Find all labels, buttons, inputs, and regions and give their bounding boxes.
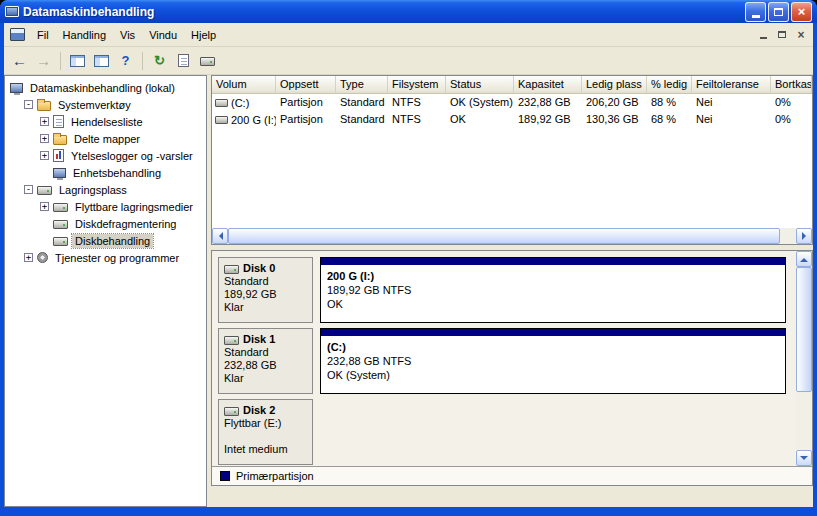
disk-row-0: Disk 0 Standard 189,92 GB Klar 200 G (I:… (212, 257, 812, 323)
tree-item-event-viewer[interactable]: + Hendelsesliste (5, 113, 206, 130)
disk-status: Intet medium (224, 443, 307, 456)
column-header-prosent-ledig[interactable]: % ledig (647, 76, 692, 93)
disk-0-volume-box[interactable]: 200 G (I:) 189,92 GB NTFS OK (320, 257, 786, 323)
show-console-tree-button[interactable] (66, 50, 89, 72)
scrollbar-track[interactable] (796, 267, 812, 450)
titlebar[interactable]: Datamaskinbehandling × (0, 0, 817, 23)
refresh-button[interactable]: ↻ (148, 50, 171, 72)
mdi-minimize-button[interactable] (754, 27, 772, 42)
back-button[interactable]: ← (8, 50, 31, 72)
column-header-filsystem[interactable]: Filsystem (388, 76, 446, 93)
disk-1-header[interactable]: Disk 1 Standard 232,88 GB Klar (218, 328, 313, 394)
console-tree-icon (70, 55, 85, 67)
expand-icon[interactable]: + (40, 151, 49, 160)
tree-item-device-manager[interactable]: Enhetsbehandling (5, 164, 206, 181)
toolbar-separator (60, 52, 61, 70)
tree-item-label: Systemverktøy (55, 98, 134, 112)
disk-status: Klar (224, 301, 307, 314)
column-header-volum[interactable]: Volum (212, 76, 276, 93)
expand-icon[interactable]: + (24, 253, 33, 262)
column-header-type[interactable]: Type (336, 76, 388, 93)
vertical-scrollbar[interactable] (796, 251, 812, 466)
scrollbar-thumb[interactable] (228, 228, 780, 244)
tree-item-removable-storage[interactable]: + Flyttbare lagringsmedier (5, 198, 206, 215)
mdi-minimize-icon (760, 37, 767, 39)
removable-disk-icon (224, 407, 239, 416)
volume-row-i[interactable]: 200 G (I:) Partisjon Standard NTFS OK 18… (212, 111, 812, 128)
action-pane-icon (94, 55, 109, 67)
tree-item-computer-management[interactable]: Datamaskinbehandling (lokal) (5, 79, 206, 96)
disk-properties-button[interactable] (196, 50, 219, 72)
menu-vis[interactable]: Vis (113, 25, 142, 45)
forward-button[interactable]: → (32, 50, 55, 72)
tree-item-storage[interactable]: - Lagringsplass (5, 181, 206, 198)
tree-item-services-applications[interactable]: + Tjenester og programmer (5, 249, 206, 266)
help-button[interactable]: ? (114, 50, 137, 72)
column-header-oppsett[interactable]: Oppsett (276, 76, 336, 93)
disk-1-volume-box[interactable]: (C:) 232,88 GB NTFS OK (System) (320, 328, 786, 394)
disk-0-header[interactable]: Disk 0 Standard 189,92 GB Klar (218, 257, 313, 323)
help-icon: ? (122, 53, 130, 68)
tree-item-system-tools[interactable]: - Systemverktøy (5, 96, 206, 113)
tree-item-performance-logs[interactable]: + Ytelseslogger og -varsler (5, 147, 206, 164)
cell-prosent-ledig: 88 % (647, 94, 692, 111)
tree-item-shared-folders[interactable]: + Delte mapper (5, 130, 206, 147)
export-list-icon (178, 54, 189, 67)
menu-vindu[interactable]: Vindu (142, 25, 184, 45)
maximize-button[interactable] (768, 2, 789, 22)
scroll-right-button[interactable] (796, 228, 812, 244)
horizontal-scrollbar[interactable] (212, 228, 812, 244)
mdi-restore-button[interactable] (773, 27, 791, 42)
menu-handling[interactable]: Handling (56, 25, 113, 45)
expand-icon[interactable]: + (40, 202, 49, 211)
back-icon: ← (12, 53, 27, 68)
disk-size (224, 430, 307, 443)
tree-item-disk-defragmenter[interactable]: Diskdefragmentering (5, 215, 206, 232)
disk-type: Flyttbar (E:) (224, 417, 307, 430)
volume-title: (C:) (321, 340, 785, 354)
toolbar: ← → ? ↻ (4, 47, 813, 75)
scrollbar-track[interactable] (228, 228, 796, 244)
mdi-close-button[interactable]: × (792, 27, 810, 42)
computer-management-icon (5, 6, 19, 17)
disk-name: Disk 2 (243, 404, 275, 416)
volume-list: Volum Oppsett Type Filsystem Status Kapa… (211, 75, 813, 245)
column-header-bortkast[interactable]: Bortkast (771, 76, 812, 93)
computer-icon (10, 83, 23, 93)
scroll-left-button[interactable] (212, 228, 228, 244)
column-header-feiltoleranse[interactable]: Feiltoleranse (692, 76, 771, 93)
services-icon (37, 252, 48, 263)
tree-item-label: Tjenester og programmer (52, 251, 182, 265)
details-pane: Volum Oppsett Type Filsystem Status Kapa… (211, 75, 813, 507)
primary-partition-band (321, 329, 785, 336)
disk-icon (224, 336, 239, 345)
menu-hjelp[interactable]: Hjelp (184, 25, 223, 45)
disk-rows: Disk 0 Standard 189,92 GB Klar 200 G (I:… (212, 251, 812, 466)
column-header-kapasitet[interactable]: Kapasitet (514, 76, 582, 93)
scroll-up-button[interactable] (796, 251, 812, 267)
export-list-button[interactable] (172, 50, 195, 72)
expand-icon[interactable]: + (40, 117, 49, 126)
menu-fil[interactable]: Fil (30, 25, 56, 45)
defragmenter-icon (53, 220, 68, 229)
volume-size: 189,92 GB NTFS (321, 283, 785, 297)
disk-2-header[interactable]: Disk 2 Flyttbar (E:) Intet medium (218, 399, 313, 465)
scrollbar-thumb[interactable] (796, 267, 812, 392)
minimize-button[interactable] (745, 2, 766, 22)
disk-row-2: Disk 2 Flyttbar (E:) Intet medium (212, 399, 812, 465)
scroll-down-button[interactable] (796, 450, 812, 466)
cell-feiltoleranse: Nei (692, 94, 771, 111)
performance-log-icon (53, 149, 64, 162)
tree-item-label: Flyttbare lagringsmedier (72, 200, 196, 214)
tree-item-disk-management[interactable]: Diskbehandling (5, 232, 206, 249)
show-action-pane-button[interactable] (90, 50, 113, 72)
close-button[interactable]: × (791, 2, 812, 22)
tree-item-label-selected: Diskbehandling (72, 234, 153, 248)
collapse-icon[interactable]: - (24, 100, 33, 109)
event-log-icon (53, 115, 64, 128)
column-header-status[interactable]: Status (446, 76, 514, 93)
collapse-icon[interactable]: - (24, 185, 33, 194)
volume-row-c[interactable]: (C:) Partisjon Standard NTFS OK (System)… (212, 94, 812, 111)
expand-icon[interactable]: + (40, 134, 49, 143)
column-header-ledig-plass[interactable]: Ledig plass (582, 76, 647, 93)
